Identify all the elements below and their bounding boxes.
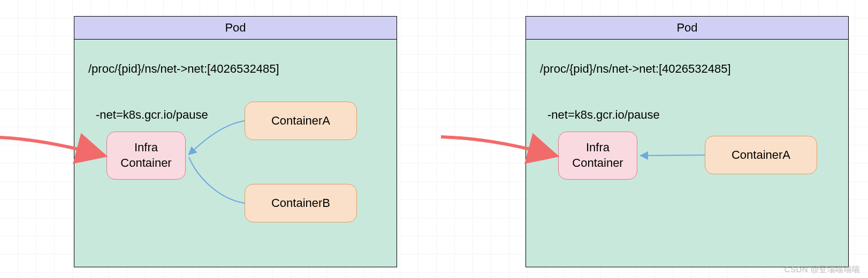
pod-header-left: Pod [74,17,397,40]
pod-body-right: /proc/{pid}/ns/net->net:[4026532485] -ne… [526,40,848,267]
container-b-label-left: ContainerB [271,196,330,211]
pod-body-left: /proc/{pid}/ns/net->net:[4026532485] -ne… [74,40,397,267]
ns-path-right: /proc/{pid}/ns/net->net:[4026532485] [540,62,731,76]
container-b-left: ContainerB [245,184,357,222]
container-a-right: ContainerA [705,136,817,174]
infra-label-left: Infra Container [120,140,171,171]
pod-title-left: Pod [225,21,246,34]
infra-label-right: Infra Container [572,140,623,171]
net-flag-right: -net=k8s.gcr.io/pause [547,108,660,122]
infra-container-left: Infra Container [106,132,186,180]
pod-left: Pod /proc/{pid}/ns/net->net:[4026532485]… [74,16,397,267]
pod-header-right: Pod [526,17,848,40]
ns-path-left: /proc/{pid}/ns/net->net:[4026532485] [88,62,279,76]
pod-title-right: Pod [676,21,697,34]
watermark: CSDN @登場喵喵喵 [785,265,861,275]
container-a-label-right: ContainerA [732,148,790,163]
net-flag-left: -net=k8s.gcr.io/pause [96,108,208,122]
infra-container-right: Infra Container [558,132,637,180]
pod-right: Pod /proc/{pid}/ns/net->net:[4026532485]… [526,16,849,267]
container-a-label-left: ContainerA [271,113,330,129]
container-a-left: ContainerA [245,102,357,140]
